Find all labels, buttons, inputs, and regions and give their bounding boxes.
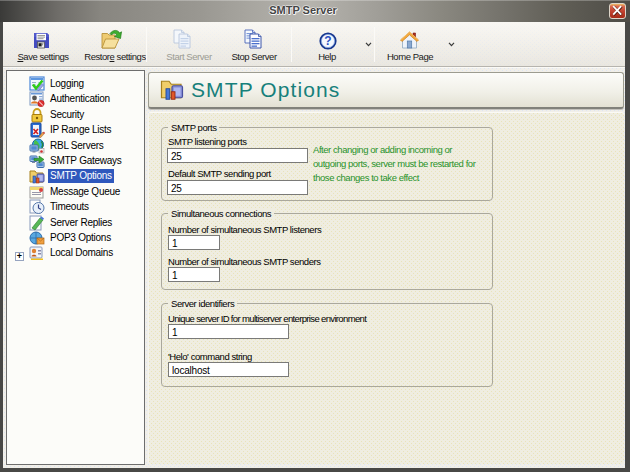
svg-text:?: ? bbox=[324, 34, 331, 48]
